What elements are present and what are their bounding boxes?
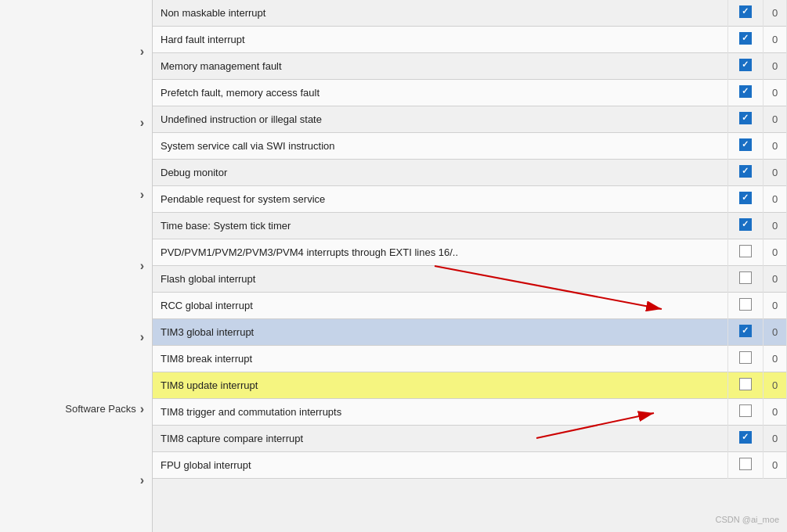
interrupt-count: 0 bbox=[764, 186, 787, 213]
table-row[interactable]: PVD/PVM1/PVM2/PVM3/PVM4 interrupts throu… bbox=[153, 239, 787, 266]
sidebar-item-software-packs[interactable]: Software Packs › bbox=[0, 388, 152, 430]
interrupt-count: 0 bbox=[764, 0, 787, 27]
interrupt-label: Pendable request for system service bbox=[153, 186, 728, 213]
table-row[interactable]: TIM8 capture compare interrupt0 bbox=[153, 426, 787, 452]
interrupt-table: Non maskable interrupt0Hard fault interr… bbox=[153, 0, 787, 479]
sidebar-item-4[interactable]: › bbox=[0, 245, 152, 287]
interrupt-checkbox-cell[interactable] bbox=[728, 266, 764, 293]
interrupt-checkbox-cell[interactable] bbox=[728, 27, 764, 53]
interrupt-label: TIM8 break interrupt bbox=[153, 346, 728, 372]
table-row[interactable]: Flash global interrupt0 bbox=[153, 266, 787, 293]
interrupt-checkbox[interactable] bbox=[739, 325, 752, 337]
interrupt-label: Hard fault interrupt bbox=[153, 27, 728, 53]
table-row[interactable]: Non maskable interrupt0 bbox=[153, 0, 787, 27]
table-row[interactable]: Undefined instruction or illegal state0 bbox=[153, 106, 787, 133]
table-row[interactable]: TIM8 break interrupt0 bbox=[153, 346, 787, 372]
interrupt-count: 0 bbox=[764, 239, 787, 266]
main-content: Non maskable interrupt0Hard fault interr… bbox=[153, 0, 787, 532]
table-row[interactable]: Prefetch fault, memory access fault0 bbox=[153, 80, 787, 106]
interrupt-label: Time base: System tick timer bbox=[153, 213, 728, 239]
interrupt-checkbox-cell[interactable] bbox=[728, 399, 764, 426]
interrupt-checkbox[interactable] bbox=[739, 165, 752, 178]
table-row[interactable]: TIM8 update interrupt0 bbox=[153, 372, 787, 399]
interrupt-checkbox-cell[interactable] bbox=[728, 213, 764, 239]
interrupt-label: TIM8 update interrupt bbox=[153, 372, 728, 399]
sidebar-item-5[interactable]: › bbox=[0, 316, 152, 358]
interrupt-count: 0 bbox=[764, 452, 787, 479]
table-row[interactable]: FPU global interrupt0 bbox=[153, 452, 787, 479]
sidebar-item-7[interactable]: › bbox=[0, 459, 152, 501]
interrupt-count: 0 bbox=[764, 346, 787, 372]
interrupt-checkbox-cell[interactable] bbox=[728, 53, 764, 80]
sidebar-item-3[interactable]: › bbox=[0, 174, 152, 216]
interrupt-label: TIM8 capture compare interrupt bbox=[153, 426, 728, 452]
interrupt-checkbox[interactable] bbox=[739, 85, 752, 98]
interrupt-count: 0 bbox=[764, 293, 787, 319]
interrupt-checkbox-cell[interactable] bbox=[728, 293, 764, 319]
chevron-icon-3: › bbox=[140, 188, 144, 202]
interrupt-count: 0 bbox=[764, 27, 787, 53]
interrupt-count: 0 bbox=[764, 266, 787, 293]
interrupt-checkbox[interactable] bbox=[739, 112, 752, 124]
interrupt-checkbox[interactable] bbox=[739, 298, 752, 311]
interrupt-label: Prefetch fault, memory access fault bbox=[153, 80, 728, 106]
interrupt-count: 0 bbox=[764, 160, 787, 186]
interrupt-checkbox[interactable] bbox=[739, 245, 752, 257]
interrupt-label: Flash global interrupt bbox=[153, 266, 728, 293]
table-row[interactable]: Debug monitor0 bbox=[153, 160, 787, 186]
interrupt-checkbox[interactable] bbox=[739, 271, 752, 284]
interrupt-label: System service call via SWI instruction bbox=[153, 133, 728, 160]
interrupt-count: 0 bbox=[764, 80, 787, 106]
table-row[interactable]: TIM3 global interrupt0 bbox=[153, 319, 787, 346]
watermark: CSDN @ai_moe bbox=[716, 515, 779, 524]
interrupt-label: Memory management fault bbox=[153, 53, 728, 80]
interrupt-count: 0 bbox=[764, 426, 787, 452]
interrupt-checkbox[interactable] bbox=[739, 458, 752, 470]
interrupt-checkbox-cell[interactable] bbox=[728, 0, 764, 27]
interrupt-checkbox-cell[interactable] bbox=[728, 346, 764, 372]
interrupt-checkbox[interactable] bbox=[739, 218, 752, 231]
table-row[interactable]: RCC global interrupt0 bbox=[153, 293, 787, 319]
interrupt-checkbox-cell[interactable] bbox=[728, 372, 764, 399]
interrupt-checkbox-cell[interactable] bbox=[728, 186, 764, 213]
interrupt-checkbox[interactable] bbox=[739, 404, 752, 417]
interrupt-count: 0 bbox=[764, 133, 787, 160]
interrupt-label: Undefined instruction or illegal state bbox=[153, 106, 728, 133]
software-packs-label: Software Packs bbox=[65, 403, 135, 415]
interrupt-checkbox[interactable] bbox=[739, 192, 752, 204]
sidebar: › › › › › Software Packs › › bbox=[0, 0, 153, 532]
table-row[interactable]: Time base: System tick timer0 bbox=[153, 213, 787, 239]
table-row[interactable]: Hard fault interrupt0 bbox=[153, 27, 787, 53]
interrupt-checkbox-cell[interactable] bbox=[728, 160, 764, 186]
interrupt-label: FPU global interrupt bbox=[153, 452, 728, 479]
interrupt-checkbox-cell[interactable] bbox=[728, 80, 764, 106]
interrupt-checkbox-cell[interactable] bbox=[728, 319, 764, 346]
interrupt-checkbox[interactable] bbox=[739, 32, 752, 45]
sidebar-item-1[interactable]: › bbox=[0, 31, 152, 73]
interrupt-table-container[interactable]: Non maskable interrupt0Hard fault interr… bbox=[153, 0, 787, 532]
interrupt-checkbox[interactable] bbox=[739, 59, 752, 71]
interrupt-count: 0 bbox=[764, 53, 787, 80]
table-row[interactable]: Memory management fault0 bbox=[153, 53, 787, 80]
interrupt-count: 0 bbox=[764, 372, 787, 399]
sidebar-item-2[interactable]: › bbox=[0, 102, 152, 144]
interrupt-count: 0 bbox=[764, 399, 787, 426]
interrupt-checkbox-cell[interactable] bbox=[728, 426, 764, 452]
interrupt-label: TIM3 global interrupt bbox=[153, 319, 728, 346]
interrupt-checkbox-cell[interactable] bbox=[728, 452, 764, 479]
interrupt-checkbox[interactable] bbox=[739, 138, 752, 151]
interrupt-checkbox[interactable] bbox=[739, 351, 752, 364]
interrupt-checkbox[interactable] bbox=[739, 5, 752, 18]
interrupt-checkbox-cell[interactable] bbox=[728, 239, 764, 266]
interrupt-count: 0 bbox=[764, 213, 787, 239]
chevron-icon-6: › bbox=[140, 402, 144, 416]
chevron-icon-4: › bbox=[140, 259, 144, 273]
table-row[interactable]: System service call via SWI instruction0 bbox=[153, 133, 787, 160]
interrupt-checkbox-cell[interactable] bbox=[728, 133, 764, 160]
chevron-icon-2: › bbox=[140, 116, 144, 130]
table-row[interactable]: Pendable request for system service0 bbox=[153, 186, 787, 213]
interrupt-checkbox[interactable] bbox=[739, 431, 752, 444]
interrupt-checkbox[interactable] bbox=[739, 378, 752, 390]
interrupt-checkbox-cell[interactable] bbox=[728, 106, 764, 133]
table-row[interactable]: TIM8 trigger and commutation interrupts0 bbox=[153, 399, 787, 426]
